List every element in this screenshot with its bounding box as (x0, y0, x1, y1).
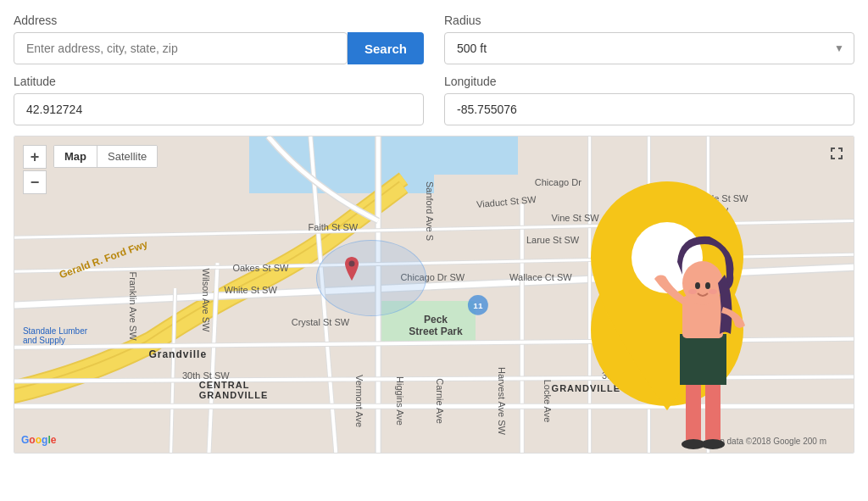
latitude-input[interactable] (14, 93, 424, 125)
address-input-group: Search (14, 32, 424, 64)
latitude-group: Latitude (14, 75, 424, 125)
zoom-out-button[interactable]: − (23, 170, 47, 194)
svg-point-39 (695, 282, 700, 289)
svg-point-40 (705, 282, 710, 289)
fullscreen-icon[interactable] (828, 145, 845, 162)
address-input[interactable] (14, 32, 348, 64)
latitude-label: Latitude (14, 75, 424, 88)
map-zoom-controls: + − (23, 145, 47, 194)
svg-text:11: 11 (473, 301, 483, 310)
radius-select-wrapper: 500 ft 1000 ft 1 mile 5 miles ▼ (444, 32, 854, 64)
longitude-group: Longitude (444, 75, 854, 125)
svg-point-36 (701, 439, 725, 449)
svg-point-38 (682, 261, 723, 305)
map-type-map-button[interactable]: Map (54, 146, 97, 167)
radius-group: Radius 500 ft 1000 ft 1 mile 5 miles ▼ (444, 14, 854, 64)
radius-label: Radius (444, 14, 854, 27)
address-group: Address Search (14, 14, 424, 64)
svg-rect-34 (705, 381, 721, 444)
longitude-input[interactable] (444, 93, 854, 125)
search-button[interactable]: Search (348, 32, 424, 64)
map-type-satellite-button[interactable]: Satellite (97, 146, 157, 167)
address-label: Address (14, 14, 424, 27)
svg-point-41 (688, 289, 697, 294)
radius-indicator (342, 257, 362, 291)
map-type-controls: Map Satellite (53, 145, 158, 168)
svg-rect-33 (686, 381, 701, 444)
map-background: 11 Gable St SW Homewood St SW 27th St SW… (14, 136, 854, 453)
location-character-illustration (531, 164, 803, 453)
lat-lon-row: Latitude Longitude (14, 75, 854, 125)
google-logo: Google (21, 434, 56, 446)
map-container[interactable]: 11 Gable St SW Homewood St SW 27th St SW… (14, 136, 854, 454)
svg-point-42 (709, 289, 717, 294)
longitude-label: Longitude (444, 75, 854, 88)
radius-select[interactable]: 500 ft 1000 ft 1 mile 5 miles (444, 32, 854, 64)
address-radius-row: Address Search Radius 500 ft 1000 ft 1 m… (14, 14, 854, 64)
zoom-in-button[interactable]: + (23, 145, 47, 169)
